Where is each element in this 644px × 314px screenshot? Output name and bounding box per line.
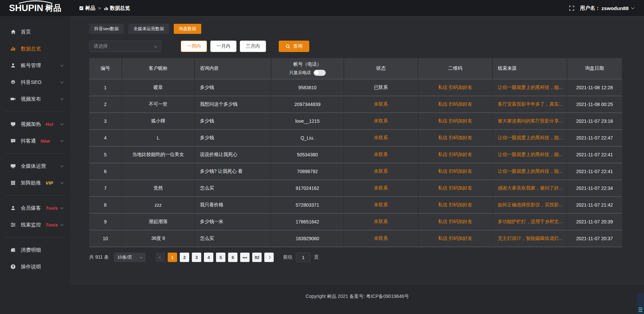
- page-button-1[interactable]: 1: [168, 253, 177, 262]
- cell-account: Q_Liu.: [271, 130, 344, 147]
- phone-only-toggle[interactable]: [314, 70, 326, 76]
- sidebar-item-video-heating[interactable]: 视频加热Hot: [0, 116, 70, 133]
- goto-label: 前往: [283, 254, 292, 260]
- sidebar-item-video-publish[interactable]: 视频发布: [0, 91, 70, 107]
- source-link[interactable]: 让你一眼就爱上的黑科技，能...: [493, 163, 567, 180]
- cell-status: 未联系: [344, 113, 418, 130]
- sidebar-item-operation-guide[interactable]: 操作说明: [0, 258, 70, 275]
- gear-icon: [10, 79, 16, 85]
- breadcrumb-separator: >: [98, 6, 101, 11]
- sidebar-item-matrix-boost[interactable]: 矩阵助推VIP: [0, 174, 70, 191]
- badge-new: New: [41, 139, 50, 144]
- user-icon: [10, 62, 16, 68]
- next-page-button[interactable]: [264, 253, 274, 262]
- filter-select[interactable]: 请选择: [89, 41, 161, 52]
- sidebar-item-lead-monitor[interactable]: 线索监控Tools: [0, 216, 70, 233]
- source-link[interactable]: 感谢大家喜欢我家，被问了好...: [493, 180, 567, 197]
- table-body: 1暖章多少钱9583810已联系私信 扫码加好友让你一眼就爱上的黑科技，能...…: [89, 80, 623, 247]
- inquiry-table: 编号客户昵称咨询内容帐号（电话）只显示电话状态二维码线索来源询盘日期 1暖章多少…: [89, 58, 623, 247]
- column-header: 状态: [344, 58, 418, 80]
- source-link[interactable]: 无主灯设计，智能磁吸轨道灯...: [493, 230, 567, 247]
- breadcrumb-current[interactable]: 数据总览: [104, 5, 130, 11]
- page-button-2[interactable]: 2: [180, 253, 189, 262]
- qrcode-link[interactable]: 私信 扫码加好友: [418, 113, 493, 130]
- tab-inquiry-data[interactable]: 询盘数据: [174, 24, 201, 34]
- range-month-button[interactable]: 一月内: [210, 41, 236, 52]
- tab-douyin-seo-data[interactable]: 抖音seo数据: [89, 24, 124, 34]
- cell-nickname: 当地比较能吃的一位美女: [122, 147, 195, 163]
- cell-account: 917024162: [271, 180, 344, 197]
- source-link[interactable]: 如何正确选择投影仪，买投影...: [493, 197, 567, 214]
- page-button-3[interactable]: 3: [192, 253, 201, 262]
- cell-inquiry-date: 2021-11-07 21:42: [567, 197, 623, 214]
- qrcode-link[interactable]: 私信 扫码加好友: [418, 96, 493, 113]
- sidebar-item-label: 操作说明: [21, 264, 41, 270]
- sidebar-divider: [5, 111, 65, 112]
- chevron-down-icon: [60, 80, 64, 84]
- cell-account: 572803371: [271, 197, 344, 214]
- source-link[interactable]: 客厅安装投影半年多了，真实...: [493, 96, 567, 113]
- source-link[interactable]: 让你一眼就爱上的黑科技，能...: [493, 80, 567, 96]
- service-widget[interactable]: [637, 293, 644, 314]
- qrcode-link[interactable]: 私信 扫码加好友: [418, 130, 493, 147]
- qrcode-link[interactable]: 私信 扫码加好友: [418, 163, 493, 180]
- goto-page-input[interactable]: [296, 253, 311, 262]
- source-link[interactable]: 让你一眼就爱上的黑科技，能...: [493, 147, 567, 163]
- sliders-icon: [10, 222, 16, 228]
- qrcode-link[interactable]: 私信 扫码加好友: [418, 180, 493, 197]
- page-button-92[interactable]: 92: [252, 253, 262, 262]
- cell-no: 10: [89, 230, 122, 247]
- cell-nickname: 36度 8: [122, 230, 195, 247]
- qrcode-link[interactable]: 私信 扫码加好友: [418, 197, 493, 214]
- cell-no: 5: [89, 147, 122, 163]
- tab-media-operation-data[interactable]: 全媒体运营数据: [128, 24, 169, 34]
- column-header: 二维码: [418, 58, 493, 80]
- page-button-6[interactable]: 6: [228, 253, 237, 262]
- cell-nickname: [122, 163, 195, 180]
- breadcrumb-home[interactable]: 树品: [79, 5, 95, 11]
- range-week-button[interactable]: 一周内: [181, 41, 207, 52]
- fullscreen-icon[interactable]: [569, 5, 575, 11]
- sidebar-item-home[interactable]: 首页: [0, 23, 70, 40]
- page-size-select[interactable]: 10条/页: [114, 253, 146, 262]
- source-link[interactable]: 多功能护栏灯，适用于乡村文...: [493, 214, 567, 230]
- logo-text-cn: 树品: [45, 3, 61, 13]
- page-ellipsis-button[interactable]: •••: [240, 253, 250, 262]
- breadcrumb: 树品 > 数据总览: [79, 5, 130, 11]
- sidebar-item-consumption-detail[interactable]: 消费明细: [0, 242, 70, 258]
- source-link[interactable]: 被大家追着问的客厅投影分享...: [493, 113, 567, 130]
- sidebar-divider: [5, 195, 65, 196]
- sidebar-item-member-baoke[interactable]: 会员爆客Tools: [0, 200, 70, 216]
- chevron-down-icon: [60, 223, 64, 226]
- cell-account: 70898792: [271, 163, 344, 180]
- cell-inquiry-date: 2021-11-07 20:39: [567, 214, 623, 230]
- user-menu[interactable]: 用户名：zswodun88: [580, 5, 634, 11]
- sidebar-item-douketong[interactable]: 抖客通New: [0, 133, 70, 149]
- logo-arc: [17, 0, 54, 4]
- qrcode-link[interactable]: 私信 扫码加好友: [418, 147, 493, 163]
- cell-nickname: 狐小狸: [122, 113, 195, 130]
- range-quarter-button[interactable]: 三月内: [240, 41, 266, 52]
- search-button[interactable]: 查询: [279, 41, 309, 52]
- sidebar-item-data-overview[interactable]: 数据总览: [0, 40, 70, 57]
- page-unit-label: 页: [314, 254, 319, 260]
- goto-page: 前往 页: [283, 253, 319, 262]
- badge-vip: VIP: [46, 180, 53, 186]
- sidebar-item-douyin-seo[interactable]: 抖音SEO: [0, 74, 70, 91]
- sidebar-item-media-operation[interactable]: 全媒体运营: [0, 158, 70, 174]
- qrcode-link[interactable]: 私信 扫码加好友: [418, 230, 493, 247]
- source-link[interactable]: 让你一眼就爱上的黑科技，能...: [493, 130, 567, 147]
- grid-icon: [10, 180, 16, 186]
- prev-page-button[interactable]: [156, 253, 165, 262]
- sidebar-item-account-management[interactable]: 账号管理: [0, 57, 70, 74]
- page-button-5[interactable]: 5: [216, 253, 225, 262]
- page-button-4[interactable]: 4: [204, 253, 213, 262]
- content-panel: 抖音seo数据全媒体运营数据询盘数据 请选择 一周内一月内三月内 查询 编号客户…: [70, 16, 644, 284]
- search-icon: [285, 44, 290, 49]
- chat-icon: [10, 138, 16, 144]
- logo: SHUPIN 树品: [0, 0, 70, 16]
- cell-content: 多少钱? 让我死心 看: [195, 163, 271, 180]
- chevron-down-icon: [140, 256, 143, 258]
- qrcode-link[interactable]: 私信 扫码加好友: [418, 214, 493, 230]
- qrcode-link[interactable]: 私信 扫码加好友: [418, 80, 493, 96]
